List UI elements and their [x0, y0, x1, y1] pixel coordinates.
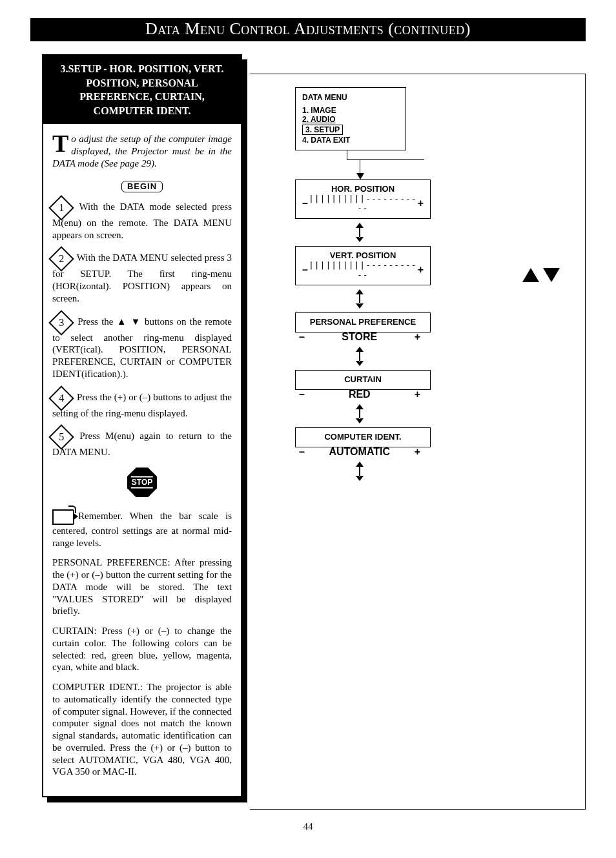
updown-arrow-icon [295, 223, 424, 242]
minus-icon: – [299, 389, 305, 400]
ring-curtain: CURTAIN [295, 370, 431, 390]
plus-icon: + [415, 331, 420, 343]
ring-value: ||||||||||----------- [308, 194, 418, 213]
minus-icon: – [302, 264, 308, 276]
step-5-text: Press M(enu) again to return to the DATA… [52, 431, 232, 458]
instruction-panel: 3.SETUP - HOR. POSITION, VERT. POSITION,… [42, 54, 242, 797]
ring-value: AUTOMATIC [305, 446, 415, 458]
plus-icon: + [418, 264, 424, 276]
step-marker-icon: 3 [48, 310, 74, 336]
step-4: 4 Press the (+) or (–) buttons to adjust… [52, 389, 232, 420]
drop-cap: T [52, 133, 71, 154]
section-heading: 3.SETUP - HOR. POSITION, VERT. POSITION,… [43, 56, 241, 124]
step-3-text: Press the ▲ ▼ buttons on the remote to s… [52, 316, 232, 379]
step-3: 3 Press the ▲ ▼ buttons on the remote to… [52, 314, 232, 380]
minus-icon: – [299, 331, 305, 343]
up-down-icon [522, 268, 560, 282]
intro-rest: o adjust the setup of the computer image… [52, 134, 232, 169]
step-2-text: With the DATA MENU selected press 3 for … [52, 253, 232, 303]
updown-arrow-icon [295, 462, 424, 481]
note-remember: Remember. When the bar scale is centered… [52, 509, 232, 549]
ring-title: VERT. POSITION [298, 250, 427, 260]
note-computer-ident: COMPUTER IDENT.: The projector is able t… [52, 681, 232, 778]
plus-icon: + [418, 198, 424, 209]
ring-title: CURTAIN [298, 374, 427, 384]
step-1: 1 With the DATA mode selected press M(en… [52, 199, 232, 241]
note-icon [52, 509, 74, 525]
step-5: 5 Press M(enu) again to return to the DA… [52, 428, 232, 458]
ring-value: ||||||||||----------- [308, 260, 418, 280]
note-curtain: CURTAIN: Press (+) or (–) to change the … [52, 625, 232, 673]
data-menu-box: DATA MENU 1. IMAGE 2. AUDIO 3. SETUP 4. … [295, 87, 406, 150]
ring-personal-pref: PERSONAL PREFERENCE [295, 312, 431, 332]
ring-value: STORE [305, 331, 415, 343]
step-2: 2 With the DATA MENU selected press 3 fo… [52, 250, 232, 304]
plus-icon: + [415, 389, 420, 400]
menu-item-image: 1. IMAGE [302, 106, 399, 115]
note-personal-pref: PERSONAL PREFERENCE: After pressing the … [52, 557, 232, 617]
updown-arrow-icon [295, 347, 424, 366]
step-4-text: Press the (+) or (–) buttons to adjust t… [52, 392, 232, 418]
diagram-panel: DATA MENU 1. IMAGE 2. AUDIO 3. SETUP 4. … [250, 74, 586, 810]
plus-icon: + [415, 446, 420, 458]
ring-computer-ident: COMPUTER IDENT. [295, 427, 431, 447]
page-number: 44 [30, 821, 586, 832]
menu-item-data-exit: 4. DATA EXIT [302, 136, 399, 145]
updown-arrow-icon [295, 289, 424, 309]
step-marker-icon: 4 [48, 385, 74, 411]
ring-hor-position: HOR. POSITION – ||||||||||----------- + [295, 179, 431, 219]
minus-icon: – [302, 198, 308, 209]
menu-item-audio: 2. AUDIO [302, 115, 399, 124]
note-remember-text: Remember. When the bar scale is centered… [52, 511, 232, 547]
stop-label: STOP [131, 476, 153, 489]
step-1-text: With the DATA mode selected press M(enu)… [52, 201, 232, 240]
begin-label: BEGIN [121, 181, 163, 192]
ring-title: HOR. POSITION [298, 184, 427, 194]
data-menu-header: DATA MENU [302, 93, 399, 102]
step-marker-icon: 1 [48, 195, 74, 221]
minus-icon: – [299, 446, 305, 458]
stop-icon: STOP [127, 467, 157, 497]
left-column: 3.SETUP - HOR. POSITION, VERT. POSITION,… [42, 54, 250, 797]
ring-value: RED [305, 389, 415, 400]
ring-title: COMPUTER IDENT. [298, 432, 427, 442]
ring-vert-position: VERT. POSITION – ||||||||||----------- + [295, 246, 431, 285]
ring-title: PERSONAL PREFERENCE [298, 317, 427, 327]
updown-arrow-icon [295, 404, 424, 424]
intro-text: To adjust the setup of the computer imag… [52, 133, 232, 169]
page-title: Data Menu Control Adjustments (continued… [30, 18, 586, 41]
menu-item-setup: 3. SETUP [302, 125, 343, 135]
